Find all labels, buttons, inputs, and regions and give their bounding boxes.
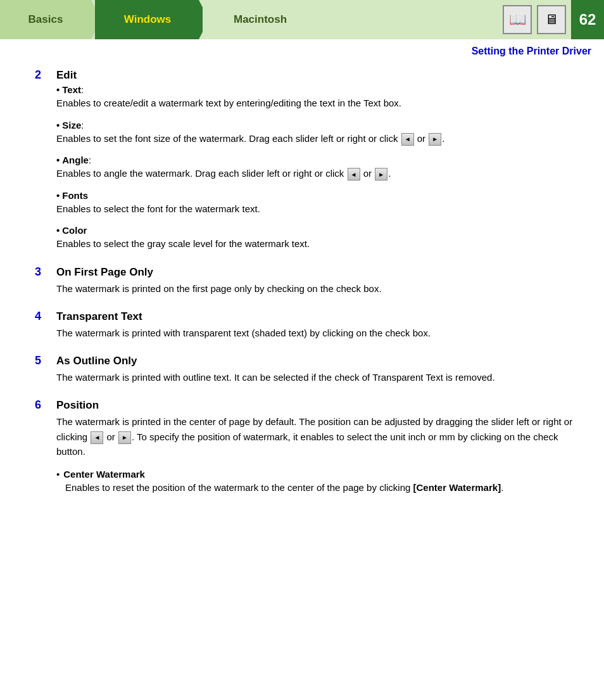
bullet-text: Text: Enables to create/edit a watermark… bbox=[56, 84, 579, 111]
section-4-number: 4 bbox=[35, 310, 49, 323]
monitor-icon[interactable]: 🖥 bbox=[537, 5, 566, 34]
bullet-text-content: Enables to create/edit a watermark text … bbox=[56, 96, 579, 111]
page-title: Setting the Printer Driver bbox=[0, 39, 604, 62]
bullet-center-watermark-label: •Center Watermark bbox=[56, 469, 579, 480]
basics-label: Basics bbox=[28, 13, 63, 26]
section-3-header: 3 On First Page Only bbox=[35, 265, 579, 279]
windows-label: Windows bbox=[124, 13, 171, 26]
bullet-center-watermark-content: Enables to reset the position of the wat… bbox=[56, 481, 579, 495]
section-4-text: The watermark is printed with transparen… bbox=[56, 326, 579, 340]
content-area: 2 Edit Text: Enables to create/edit a wa… bbox=[0, 62, 604, 535]
section-4-body: The watermark is printed with transparen… bbox=[35, 326, 579, 340]
angle-or-text: or bbox=[363, 168, 375, 179]
bullet-color-content: Enables to select the gray scale level f… bbox=[56, 237, 579, 251]
size-right-arrow-button[interactable]: ► bbox=[429, 133, 441, 146]
bullet-color: Color Enables to select the gray scale l… bbox=[56, 225, 579, 251]
section-4: 4 Transparent Text The watermark is prin… bbox=[35, 310, 579, 340]
section-2-body: Text: Enables to create/edit a watermark… bbox=[35, 84, 579, 251]
bullet-fonts: Fonts Enables to select the font for the… bbox=[56, 190, 579, 217]
tab-macintosh[interactable]: Macintosh bbox=[203, 0, 317, 39]
section-6: 6 Position The watermark is printed in t… bbox=[35, 398, 579, 495]
section-5-text: The watermark is printed with outline te… bbox=[56, 370, 579, 385]
angle-right-arrow-button[interactable]: ► bbox=[375, 168, 387, 181]
bullet-fonts-content: Enables to select the font for the water… bbox=[56, 202, 579, 217]
bullet-fonts-label: Fonts bbox=[56, 190, 579, 201]
section-5-title: As Outline Only bbox=[56, 355, 137, 367]
bullet-size-label: Size: bbox=[56, 120, 579, 130]
section-2-number: 2 bbox=[35, 68, 49, 82]
section-5-header: 5 As Outline Only bbox=[35, 354, 579, 367]
section-3-body: The watermark is printed on the first pa… bbox=[35, 281, 579, 296]
section-3: 3 On First Page Only The watermark is pr… bbox=[35, 265, 579, 296]
tab-basics[interactable]: Basics bbox=[0, 0, 101, 39]
section-4-title: Transparent Text bbox=[56, 310, 142, 323]
section-5: 5 As Outline Only The watermark is print… bbox=[35, 354, 579, 385]
bullet-angle-label: Angle: bbox=[56, 155, 579, 165]
bullet-angle-content: Enables to angle the watermark. Drag eac… bbox=[56, 167, 579, 181]
bullet-color-label: Color bbox=[56, 225, 579, 236]
position-or-text: or bbox=[107, 431, 118, 442]
bullet-text-label: Text: bbox=[56, 84, 579, 95]
position-left-arrow-button[interactable]: ◄ bbox=[91, 431, 103, 444]
size-left-arrow-button[interactable]: ◄ bbox=[401, 133, 414, 146]
section-6-text: The watermark is printed in the center o… bbox=[56, 414, 579, 459]
section-6-body: The watermark is printed in the center o… bbox=[35, 414, 579, 495]
section-2-title: Edit bbox=[56, 69, 77, 82]
macintosh-label: Macintosh bbox=[234, 13, 287, 26]
section-6-header: 6 Position bbox=[35, 398, 579, 412]
nav-bar: Basics Windows Macintosh 📖 🖥 62 bbox=[0, 0, 604, 39]
section-2-header: 2 Edit bbox=[35, 68, 579, 82]
page-number: 62 bbox=[571, 0, 604, 39]
bullet-angle: Angle: Enables to angle the watermark. D… bbox=[56, 155, 579, 181]
section-3-title: On First Page Only bbox=[56, 266, 153, 279]
book-icon[interactable]: 📖 bbox=[503, 5, 532, 34]
section-5-body: The watermark is printed with outline te… bbox=[35, 370, 579, 385]
nav-icons: 📖 🖥 bbox=[503, 0, 571, 39]
section-6-number: 6 bbox=[35, 398, 49, 412]
section-5-number: 5 bbox=[35, 354, 49, 367]
section-6-title: Position bbox=[56, 399, 99, 412]
size-or-text: or bbox=[417, 133, 429, 144]
bullet-center-watermark: •Center Watermark Enables to reset the p… bbox=[56, 469, 579, 495]
section-3-text: The watermark is printed on the first pa… bbox=[56, 281, 579, 296]
bullet-size-content: Enables to set the font size of the wate… bbox=[56, 132, 579, 146]
section-4-header: 4 Transparent Text bbox=[35, 310, 579, 323]
angle-left-arrow-button[interactable]: ◄ bbox=[348, 168, 360, 181]
position-right-arrow-button[interactable]: ► bbox=[118, 431, 131, 444]
section-3-number: 3 bbox=[35, 265, 49, 279]
bullet-size: Size: Enables to set the font size of th… bbox=[56, 120, 579, 146]
section-2: 2 Edit Text: Enables to create/edit a wa… bbox=[35, 68, 579, 251]
tab-windows[interactable]: Windows bbox=[95, 0, 209, 39]
